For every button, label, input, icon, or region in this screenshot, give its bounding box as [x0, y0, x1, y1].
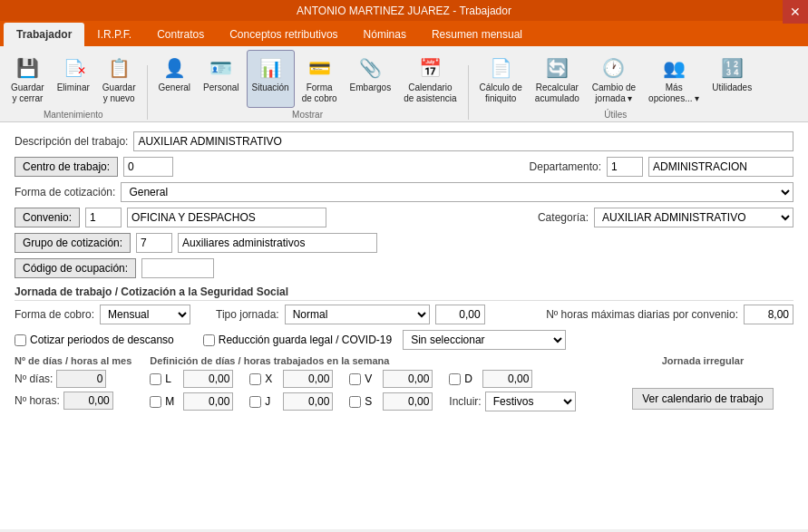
utilidades-button[interactable]: 🔢 Utilidades [706, 50, 757, 108]
cambio-jornada-button[interactable]: 🕐 Cambio dejornada ▾ [587, 50, 641, 108]
grupo-code-input[interactable] [136, 233, 172, 253]
sabado-input[interactable] [383, 392, 433, 411]
reduccion-dropdown[interactable]: Sin seleccionar [403, 330, 566, 350]
n-horas-input[interactable] [63, 392, 113, 410]
finiquito-label: Cálculo definiquito [480, 82, 522, 104]
descripcion-row: Descripción del trabajo: [15, 131, 793, 151]
forma-cobro-label: Forma de cobro: [15, 308, 94, 321]
categoria-select[interactable]: AUXILIAR ADMINISTRATIVO [594, 208, 793, 227]
forma-cobro-button[interactable]: 💳 Formade cobro [297, 50, 343, 108]
tab-nominas[interactable]: Nóminas [351, 23, 419, 46]
martes-input[interactable] [183, 392, 233, 411]
jueves-input[interactable] [283, 392, 333, 411]
departamento-code-input[interactable] [607, 157, 643, 177]
calculo-finiquito-button[interactable]: 📄 Cálculo definiquito [474, 50, 528, 108]
convenio-code-input[interactable] [85, 208, 122, 227]
n-dias-input[interactable] [56, 370, 106, 388]
descripcion-input[interactable] [133, 131, 793, 151]
grupo-cotizacion-button[interactable]: Grupo de cotización: [15, 233, 131, 253]
horas-maximas-input[interactable] [744, 305, 793, 324]
embargos-icon: 📎 [355, 53, 385, 82]
week-row-1: L X V D [150, 370, 594, 388]
tab-conceptos[interactable]: Conceptos retributivos [217, 23, 350, 46]
martes-checkbox[interactable] [150, 396, 161, 408]
miercoles-label: X [265, 372, 279, 385]
forma-cobro-select[interactable]: Mensual [100, 305, 190, 324]
convenio-button[interactable]: Convenio: [15, 208, 80, 227]
tab-bar: Trabajador I.R.P.F. Contratos Conceptos … [0, 21, 808, 46]
tipo-jornada-hours-input[interactable] [435, 305, 485, 324]
mostrar-label: Mostrar [153, 110, 462, 120]
forma-cobro-label: Formade cobro [302, 82, 337, 104]
calendario-asistencia-button[interactable]: 📅 Calendariode asistencia [398, 50, 462, 108]
lunes-checkbox[interactable] [150, 373, 161, 385]
lunes-label: L [165, 372, 180, 385]
incluir-select[interactable]: Festivos [485, 392, 576, 411]
jornada-irregular-col: Jornada irregular Ver calendario de trab… [612, 355, 793, 410]
jornada-section-title: Jornada de trabajo / Cotización a la Seg… [15, 285, 793, 301]
sabado-label: S [365, 395, 379, 408]
jueves-label: J [265, 395, 279, 408]
codigo-ocupacion-row: Código de ocupación: [15, 258, 793, 278]
reduccion-guarda-checkbox-label[interactable]: Reducción guarda legal / COVID-19 [203, 334, 392, 346]
close-button[interactable]: ✕ [783, 0, 808, 24]
situacion-label: Situación [252, 82, 289, 93]
situacion-button[interactable]: 📊 Situación [247, 50, 295, 108]
tab-resumen[interactable]: Resumen mensual [419, 23, 535, 46]
cobro-jornada-row: Forma de cobro: Mensual Tipo jornada: No… [15, 305, 793, 324]
general-button[interactable]: 👤 General [153, 50, 197, 108]
departamento-name-input[interactable] [648, 157, 793, 177]
viernes-checkbox[interactable] [349, 373, 361, 385]
codigo-ocupacion-button[interactable]: Código de ocupación: [15, 258, 136, 278]
reduccion-guarda-text: Reducción guarda legal / COVID-19 [219, 334, 392, 346]
eliminar-label: Eliminar [57, 82, 90, 93]
guardar-cerrar-button[interactable]: 💾 Guardary cerrar [5, 50, 50, 108]
convenio-name-input[interactable] [127, 208, 326, 227]
guardar-cerrar-label: Guardary cerrar [11, 82, 44, 104]
cotizar-periodos-checkbox[interactable] [15, 334, 26, 346]
utilidades-icon: 🔢 [717, 53, 746, 82]
guardar-nuevo-label: Guardary nuevo [102, 82, 136, 104]
sabado-checkbox[interactable] [349, 396, 361, 408]
jornada-icon: 🕐 [599, 53, 628, 82]
centro-trabajo-button[interactable]: Centro de trabajo: [15, 157, 118, 177]
eliminar-button[interactable]: 📄✕ Eliminar [52, 50, 95, 108]
domingo-checkbox[interactable] [449, 373, 461, 385]
miercoles-checkbox[interactable] [249, 373, 261, 385]
toolbar-group-mantenimiento: 💾 Guardary cerrar 📄✕ Eliminar 📋 Guardary… [5, 50, 141, 120]
reduccion-guarda-checkbox[interactable] [203, 334, 215, 346]
domingo-input[interactable] [482, 370, 532, 388]
jueves-checkbox[interactable] [249, 396, 261, 408]
save-icon: 💾 [13, 53, 42, 82]
centro-trabajo-input[interactable] [123, 157, 173, 177]
ver-calendario-button[interactable]: Ver calendario de trabajo [632, 388, 773, 410]
tab-trabajador[interactable]: Trabajador [4, 23, 84, 46]
tab-contratos[interactable]: Contratos [144, 23, 217, 46]
martes-label: M [165, 395, 180, 408]
forma-cobro-icon: 💳 [305, 53, 334, 82]
lunes-input[interactable] [183, 370, 233, 388]
domingo-label: D [464, 372, 479, 385]
n-dias-label: Nº días: [15, 372, 53, 385]
embargos-button[interactable]: 📎 Embargos [345, 50, 397, 108]
mas-opciones-button[interactable]: 👥 Másopciones... ▾ [643, 50, 705, 108]
jornada-irregular-title: Jornada irregular [612, 355, 793, 366]
grupo-name-input[interactable] [178, 233, 377, 253]
cotizar-periodos-checkbox-label[interactable]: Cotizar periodos de descanso [15, 334, 174, 346]
guardar-nuevo-button[interactable]: 📋 Guardary nuevo [97, 50, 141, 108]
viernes-input[interactable] [383, 370, 433, 388]
recalcular-button[interactable]: 🔄 Recalcularacumulado [530, 50, 585, 108]
cotizar-reduccion-row: Cotizar periodos de descanso Reducción g… [15, 330, 793, 350]
tipo-jornada-select[interactable]: Normal [285, 305, 430, 324]
personal-button[interactable]: 🪪 Personal [198, 50, 244, 108]
mas-opciones-icon: 👥 [659, 53, 688, 82]
n-horas-label: Nº horas: [15, 394, 60, 407]
tab-irpf[interactable]: I.R.P.F. [84, 23, 144, 46]
save-new-icon: 📋 [104, 53, 133, 82]
recalcular-label: Recalcularacumulado [535, 82, 579, 104]
miercoles-input[interactable] [283, 370, 333, 388]
forma-cotizacion-select[interactable]: General [121, 182, 793, 202]
personal-icon: 🪪 [207, 53, 236, 82]
utilidades-label: Utilidades [712, 82, 752, 93]
codigo-ocupacion-input[interactable] [141, 258, 214, 278]
